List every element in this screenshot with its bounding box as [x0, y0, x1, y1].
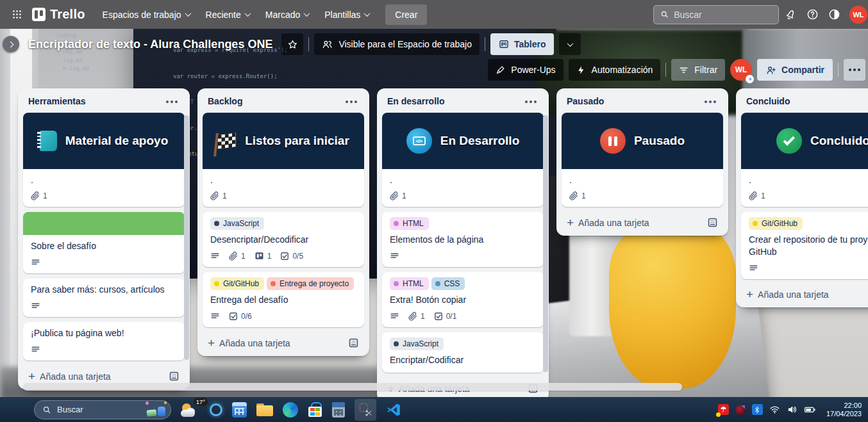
list-name[interactable]: Herramientas: [28, 96, 86, 106]
board-title[interactable]: Encriptador de texto - Alura Challenges …: [28, 38, 272, 51]
vscode-icon[interactable]: [386, 402, 401, 418]
attachments-badge: 1: [569, 191, 586, 200]
list-name[interactable]: Pausado: [567, 96, 604, 106]
card-encriptar-codificar[interactable]: JavaScript Encriptar/Codificar: [382, 332, 544, 373]
file-explorer-icon[interactable]: [256, 403, 273, 416]
add-card-button[interactable]: + Añada una tarjeta: [741, 284, 868, 302]
start-button[interactable]: [10, 403, 24, 417]
add-card-button[interactable]: + Añada una tarjeta: [23, 366, 185, 384]
nav-recent[interactable]: Reciente: [199, 4, 257, 25]
list-menu-button[interactable]: [523, 99, 538, 103]
user-avatar[interactable]: WL: [849, 6, 867, 24]
board-menu-button[interactable]: [844, 59, 865, 81]
cortana-icon[interactable]: [210, 403, 222, 416]
card-para-saber-mas[interactable]: Para saber más: cursos, artículos: [23, 279, 185, 317]
edge-browser-icon[interactable]: [283, 402, 298, 418]
umbrella-icon: [720, 406, 727, 413]
collapse-sidebar-button[interactable]: [3, 36, 19, 53]
description-badge: [31, 301, 40, 311]
card-cover: Pausado: [562, 113, 723, 169]
add-card-button[interactable]: + Añada una tarjeta: [203, 332, 364, 351]
dev-laptop-icon: </>: [406, 128, 432, 154]
card-en-desarrollo-cover[interactable]: </> En Desarrollo . 1: [382, 113, 544, 207]
volume-icon[interactable]: [787, 404, 797, 415]
security-tray-icon[interactable]: [735, 405, 746, 415]
list-scrollbar[interactable]: [543, 115, 548, 372]
create-button[interactable]: Crear: [385, 4, 427, 25]
list-menu-button[interactable]: [703, 99, 718, 103]
card-title: Encriptar/Codificar: [390, 354, 536, 366]
notifications-bell-icon[interactable]: [780, 4, 801, 25]
checklist-icon: [434, 312, 443, 321]
view-switcher-chevron-button[interactable]: [559, 33, 581, 55]
add-card-button[interactable]: + Añada una tarjeta: [562, 212, 723, 231]
card-title: Sobre el desafío: [31, 240, 177, 252]
avira-tray-icon[interactable]: [718, 404, 729, 415]
search-input[interactable]: [674, 10, 772, 20]
automation-button[interactable]: Automatización: [569, 59, 661, 81]
share-button[interactable]: Compartir: [757, 59, 833, 81]
theme-contrast-icon[interactable]: [824, 4, 844, 25]
member-avatar[interactable]: WL »: [730, 59, 752, 81]
taskbar-clock[interactable]: 22:00 17/04/2023: [822, 402, 862, 418]
filter-button[interactable]: Filtrar: [671, 59, 725, 81]
battery-icon[interactable]: [804, 403, 816, 416]
checkered-flag-icon: [217, 132, 237, 150]
card-publica-tu-pagina[interactable]: ¡Publica tu página web!: [23, 322, 185, 361]
list-menu-button[interactable]: [164, 99, 179, 103]
pause-icon: [600, 128, 626, 154]
bluetooth-icon[interactable]: [752, 404, 763, 415]
card-desencriptar[interactable]: JavaScript Desencriptar/Decodificar 1 1: [203, 212, 364, 267]
label-html: HTML: [390, 217, 429, 230]
taskbar-search[interactable]: Buscar: [34, 400, 171, 419]
card-crear-repositorio[interactable]: Git/GitHub Crear el repositorio de tu pr…: [741, 212, 868, 279]
card-template-button[interactable]: [169, 371, 179, 382]
card-elementos-de-la-pagina[interactable]: HTML Elementos de la página: [382, 212, 544, 267]
visibility-button[interactable]: Visible para el Espacio de trabajo: [314, 33, 480, 55]
divider: [665, 63, 666, 77]
list-name[interactable]: Concluido: [746, 96, 790, 106]
ellipsis-icon: [350, 101, 353, 103]
board-horizontal-scrollbar[interactable]: [23, 383, 682, 391]
card-template-button[interactable]: [348, 337, 359, 348]
board-view-button[interactable]: Tablero: [490, 33, 555, 55]
list-name[interactable]: Backlog: [208, 96, 242, 106]
card-entrega-del-desafio[interactable]: Git/GitHub Entrega de proyecto Entrega d…: [203, 272, 364, 327]
description-icon: [390, 311, 399, 321]
attachments-badge: 1: [390, 191, 406, 200]
microsoft-store-icon[interactable]: [308, 402, 322, 417]
calculator-app-icon[interactable]: [332, 402, 345, 418]
list-concluido: Concluido Concluido . 1 Git/G: [736, 88, 868, 307]
wifi-icon[interactable]: [769, 404, 780, 415]
help-icon[interactable]: [802, 4, 822, 25]
snipping-tool-icon-active[interactable]: [355, 399, 376, 421]
card-pausado-cover[interactable]: Pausado . 1: [562, 113, 723, 207]
list-menu-button[interactable]: [344, 99, 359, 103]
list-header: Pausado: [562, 93, 723, 113]
apps-grid-icon[interactable]: [6, 4, 27, 25]
chevron-down-icon: [567, 40, 574, 47]
card-cover: Listos para iniciar: [203, 113, 364, 169]
card-sobre-el-desafio[interactable]: Sobre el desafío: [23, 212, 185, 273]
trello-logo-icon: [32, 8, 46, 21]
card-extra-boton-copiar[interactable]: HTML CSS Extra! Botón copiar 1 0/1: [382, 272, 544, 327]
description-icon: [749, 263, 758, 273]
nav-templates[interactable]: Plantillas: [317, 4, 376, 25]
card-concluido-cover[interactable]: Concluido . 1: [741, 113, 868, 207]
card-material-de-apoyo[interactable]: Material de apoyo . 1: [23, 113, 185, 207]
star-board-button[interactable]: [281, 33, 303, 55]
description-icon: [31, 345, 40, 354]
card-title: ¡Publica tu página web!: [31, 327, 177, 339]
nav-workspaces[interactable]: Espacios de trabajo: [96, 4, 197, 25]
card-listos-para-iniciar[interactable]: Listos para iniciar . 1: [203, 113, 364, 207]
nav-starred[interactable]: Marcado: [258, 4, 316, 25]
calendar-app-icon[interactable]: [232, 402, 247, 418]
search-box[interactable]: [653, 5, 779, 24]
list-scrollbar[interactable]: [184, 115, 189, 360]
powerups-button[interactable]: Power-Ups: [488, 59, 563, 81]
list-name[interactable]: En desarrollo: [387, 96, 444, 106]
trello-logo[interactable]: Trello: [32, 7, 85, 22]
weather-widget[interactable]: 17°: [181, 402, 200, 418]
card-template-button[interactable]: [707, 217, 718, 228]
clock-time: 22:00: [826, 402, 862, 410]
